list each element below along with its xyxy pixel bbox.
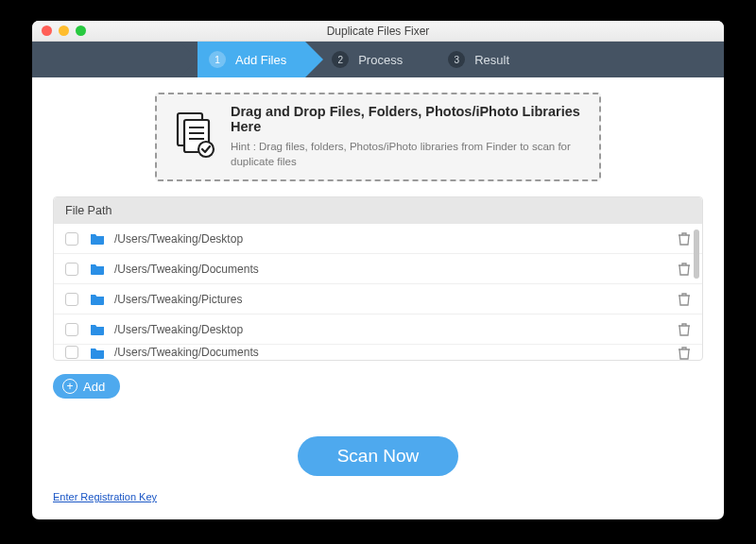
row-checkbox[interactable]: [65, 263, 78, 276]
enter-registration-key-link[interactable]: Enter Registration Key: [53, 491, 157, 502]
file-path-text: /Users/Tweaking/Desktop: [114, 323, 678, 336]
step-bar: 1 Add Files 2 Process 3 Result: [32, 42, 724, 77]
list-item: /Users/Tweaking/Documents: [54, 345, 702, 360]
file-path-list: /Users/Tweaking/Desktop /Users/Tweaking/…: [54, 224, 702, 360]
drop-zone[interactable]: Drag and Drop Files, Folders, Photos/iPh…: [155, 93, 601, 181]
delete-row-button[interactable]: [678, 231, 691, 246]
window-controls: [42, 26, 86, 36]
step-result[interactable]: 3 Result: [421, 42, 528, 77]
list-item: /Users/Tweaking/Desktop: [54, 224, 702, 254]
file-path-text: /Users/Tweaking/Pictures: [114, 293, 678, 306]
folder-icon: [90, 347, 105, 359]
step-add-files[interactable]: 1 Add Files: [198, 42, 305, 77]
step-label: Process: [358, 53, 403, 67]
step-number: 3: [448, 51, 465, 68]
drop-zone-hint: Hint : Drag files, folders, Photos/iPhot…: [231, 140, 571, 169]
list-item: /Users/Tweaking/Documents: [54, 254, 702, 284]
drop-zone-title: Drag and Drop Files, Folders, Photos/iPh…: [231, 104, 582, 134]
folder-icon: [90, 323, 105, 335]
add-button-label: Add: [83, 380, 105, 394]
delete-row-button[interactable]: [678, 322, 691, 336]
file-path-text: /Users/Tweaking/Documents: [114, 263, 678, 276]
file-path-text: /Users/Tweaking/Desktop: [114, 232, 678, 246]
list-item: /Users/Tweaking/Pictures: [54, 284, 702, 314]
row-checkbox[interactable]: [65, 232, 78, 246]
scan-now-button[interactable]: Scan Now: [298, 436, 459, 476]
folder-icon: [90, 232, 105, 245]
list-item: /Users/Tweaking/Desktop: [54, 314, 702, 345]
scan-button-label: Scan Now: [337, 446, 420, 466]
step-number: 2: [332, 51, 349, 68]
documents-check-icon: [174, 111, 217, 162]
scrollbar-thumb[interactable]: [694, 230, 699, 279]
plus-icon: +: [62, 379, 77, 394]
minimize-window-icon[interactable]: [59, 26, 69, 36]
close-window-icon[interactable]: [42, 26, 52, 36]
step-number: 1: [209, 51, 226, 68]
step-label: Add Files: [235, 53, 286, 67]
row-checkbox[interactable]: [65, 323, 78, 336]
file-path-panel: File Path /Users/Tweaking/Desktop: [53, 196, 703, 361]
delete-row-button[interactable]: [678, 292, 691, 306]
svg-point-5: [198, 142, 214, 157]
app-window: Duplicate Files Fixer 1 Add Files 2 Proc…: [32, 21, 724, 519]
titlebar: Duplicate Files Fixer: [32, 21, 724, 42]
add-button[interactable]: + Add: [53, 374, 120, 399]
folder-icon: [90, 263, 105, 275]
row-checkbox[interactable]: [65, 346, 78, 359]
maximize-window-icon[interactable]: [76, 26, 86, 36]
folder-icon: [90, 293, 105, 305]
file-path-text: /Users/Tweaking/Documents: [114, 346, 678, 359]
delete-row-button[interactable]: [678, 262, 691, 276]
window-title: Duplicate Files Fixer: [32, 25, 724, 38]
file-path-header: File Path: [54, 197, 702, 224]
delete-row-button[interactable]: [678, 346, 691, 360]
row-checkbox[interactable]: [65, 293, 78, 306]
step-label: Result: [474, 53, 509, 67]
